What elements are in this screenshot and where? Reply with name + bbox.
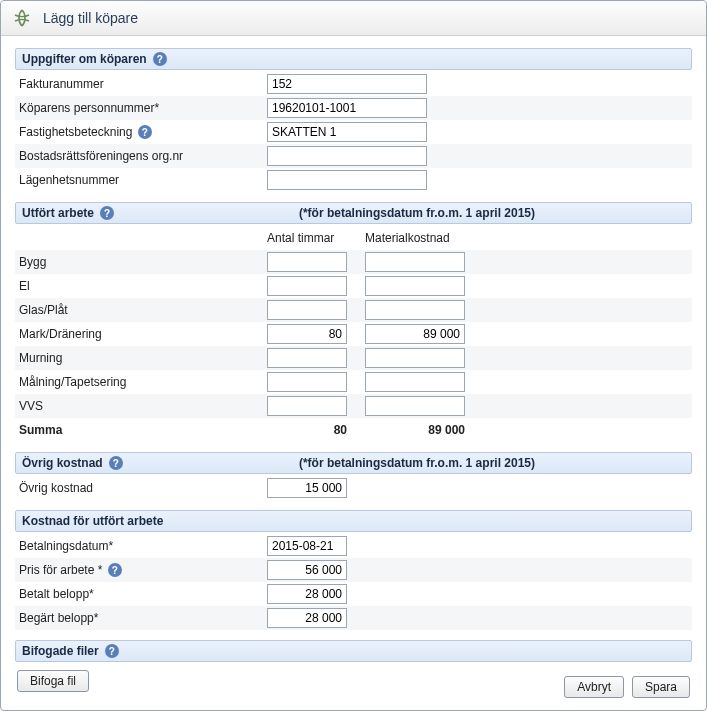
row-murning-material[interactable] [365,348,465,368]
row-el-material[interactable] [365,276,465,296]
row-glas-hours[interactable] [267,300,347,320]
paid-input[interactable] [267,584,347,604]
section-files-title: Bifogade filer [22,644,99,658]
sum-hours: 80 [263,418,361,442]
section-buyer-title: Uppgifter om köparen [22,52,147,66]
help-icon[interactable]: ? [105,644,119,658]
help-icon[interactable]: ? [100,206,114,220]
title-bar: Lägg till köpare [1,1,706,36]
row-bygg-hours[interactable] [267,252,347,272]
row-el-label: El [15,274,263,298]
col-material-header: Materialkostnad [361,226,479,250]
buyer-form: Fakturanummer Köparens personnummer* Fas… [15,72,692,192]
app-logo-icon [11,7,33,29]
help-icon[interactable]: ? [138,125,152,139]
fastighet-input[interactable] [267,122,427,142]
date-input[interactable] [267,536,347,556]
invoice-label: Fakturanummer [15,72,263,96]
personnr-label: Köparens personnummer* [15,96,263,120]
row-mark-label: Mark/Dränering [15,322,263,346]
save-button[interactable]: Spara [632,676,690,698]
section-work-note: (*för betalningsdatum fr.o.m. 1 april 20… [299,206,685,220]
section-files-header: Bifogade filer ? [15,640,692,662]
section-work-title: Utfört arbete [22,206,94,220]
row-vvs-hours[interactable] [267,396,347,416]
row-malning-label: Målning/Tapetsering [15,370,263,394]
row-mark-hours[interactable] [267,324,347,344]
cancel-button[interactable]: Avbryt [564,676,624,698]
section-cost-header: Kostnad för utfört arbete [15,510,692,532]
dialog-footer: Avbryt Spara [564,676,690,698]
row-murning-hours[interactable] [267,348,347,368]
other-label: Övrig kostnad [15,476,263,500]
lgh-input[interactable] [267,170,427,190]
requested-input[interactable] [267,608,347,628]
work-table: Antal timmar Materialkostnad Bygg El Gla… [15,226,692,442]
price-label-text: Pris för arbete * [19,563,102,577]
row-malning-hours[interactable] [267,372,347,392]
dialog-title: Lägg till köpare [43,10,138,26]
section-buyer-header: Uppgifter om köparen ? [15,48,692,70]
row-vvs-label: VVS [15,394,263,418]
paid-label: Betalt belopp* [15,582,263,606]
section-other-note: (*för betalningsdatum fr.o.m. 1 april 20… [299,456,685,470]
other-input[interactable] [267,478,347,498]
row-el-hours[interactable] [267,276,347,296]
price-input[interactable] [267,560,347,580]
row-glas-label: Glas/Plåt [15,298,263,322]
price-label: Pris för arbete * ? [15,558,263,582]
date-label: Betalningsdatum* [15,534,263,558]
personnr-input[interactable] [267,98,427,118]
row-mark-material[interactable] [365,324,465,344]
sum-label: Summa [15,418,263,442]
row-glas-material[interactable] [365,300,465,320]
col-hours-header: Antal timmar [263,226,361,250]
other-form: Övrig kostnad [15,476,692,500]
requested-label: Begärt belopp* [15,606,263,630]
invoice-input[interactable] [267,74,427,94]
row-malning-material[interactable] [365,372,465,392]
section-other-header: Övrig kostnad ? (*för betalningsdatum fr… [15,452,692,474]
help-icon[interactable]: ? [153,52,167,66]
section-cost-title: Kostnad för utfört arbete [22,514,163,528]
section-work-header: Utfört arbete ? (*för betalningsdatum fr… [15,202,692,224]
row-murning-label: Murning [15,346,263,370]
fastighet-label: Fastighetsbeteckning ? [15,120,263,144]
brf-label: Bostadsrättsföreningens org.nr [15,144,263,168]
lgh-label: Lägenhetsnummer [15,168,263,192]
row-vvs-material[interactable] [365,396,465,416]
help-icon[interactable]: ? [108,563,122,577]
section-other-title: Övrig kostnad [22,456,103,470]
sum-material: 89 000 [361,418,479,442]
help-icon[interactable]: ? [109,456,123,470]
row-bygg-label: Bygg [15,250,263,274]
attach-file-button[interactable]: Bifoga fil [17,670,89,692]
dialog-body: Uppgifter om köparen ? Fakturanummer Köp… [1,36,706,700]
fastighet-label-text: Fastighetsbeteckning [19,125,132,139]
brf-input[interactable] [267,146,427,166]
dialog-window: Lägg till köpare Uppgifter om köparen ? … [0,0,707,711]
row-bygg-material[interactable] [365,252,465,272]
cost-form: Betalningsdatum* Pris för arbete * ? Bet… [15,534,692,630]
